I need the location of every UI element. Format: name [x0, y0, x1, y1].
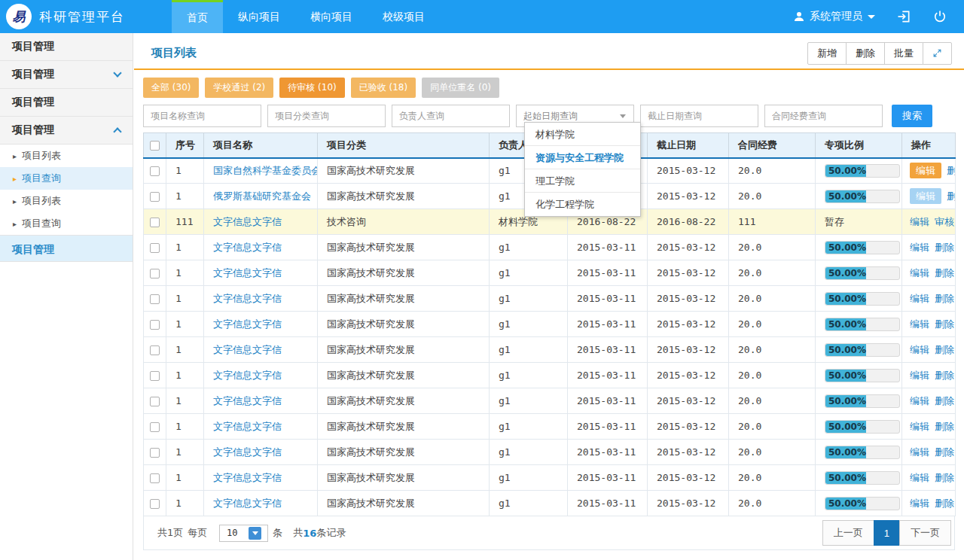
- row-checkbox-cell: [144, 491, 166, 516]
- delete-action[interactable]: 删除: [935, 293, 954, 304]
- delete-action[interactable]: 删除: [947, 165, 956, 176]
- project-name-link[interactable]: 俄罗斯基础研究基金会: [213, 190, 311, 202]
- sidebar-item-project-management-bottom[interactable]: 项目管理: [0, 235, 133, 262]
- row-checkbox[interactable]: [150, 448, 160, 458]
- project-name-link[interactable]: 文字信息文字信: [213, 421, 282, 432]
- sidebar-group-project-management-2[interactable]: 项目管理: [0, 61, 133, 89]
- delete-action[interactable]: 删除: [935, 472, 954, 483]
- row-checkbox[interactable]: [150, 218, 160, 227]
- filter-tab-pending-review[interactable]: 待审核 (10): [279, 78, 344, 98]
- sidebar-item-project-query-2[interactable]: ▸项目查询: [0, 212, 133, 235]
- row-checkbox[interactable]: [150, 397, 160, 406]
- project-name-link[interactable]: 文字信息文字信: [213, 242, 282, 253]
- delete-action[interactable]: 删除: [935, 498, 954, 509]
- prev-page-button[interactable]: 上一页: [822, 520, 874, 546]
- edit-action[interactable]: 编辑: [910, 421, 929, 432]
- dropdown-option-chemical-college[interactable]: 化学工程学院: [525, 193, 640, 216]
- delete-action[interactable]: 删除: [935, 421, 954, 432]
- nav-item-school-projects[interactable]: 校级项目: [368, 0, 440, 33]
- edit-action[interactable]: 编辑: [910, 242, 929, 253]
- edit-action[interactable]: 编辑: [910, 293, 929, 304]
- sidebar-group-project-management-1[interactable]: 项目管理: [0, 33, 133, 61]
- batch-button[interactable]: 批量: [884, 42, 923, 65]
- delete-action[interactable]: 删除: [935, 242, 954, 253]
- add-button[interactable]: 新增: [807, 42, 847, 65]
- delete-action[interactable]: 删除: [935, 370, 954, 381]
- power-icon[interactable]: [932, 9, 947, 24]
- delete-action[interactable]: 删除: [935, 344, 954, 355]
- filter-tab-same-unit-duplicate[interactable]: 同单位重名 (0): [422, 78, 499, 98]
- filter-tab-all[interactable]: 全部 (30): [143, 78, 199, 98]
- project-name-search-input[interactable]: [143, 105, 261, 127]
- delete-action[interactable]: 删除: [935, 395, 954, 406]
- project-name-link[interactable]: 文字信息文字信: [213, 344, 282, 355]
- cell-start-date: 2015-03-11: [568, 260, 648, 286]
- filter-tab-accepted[interactable]: 已验收 (18): [351, 78, 416, 98]
- edit-action[interactable]: 编辑: [910, 188, 941, 204]
- edit-action[interactable]: 编辑: [910, 344, 929, 355]
- project-name-link[interactable]: 文字信息文字信: [213, 318, 282, 330]
- project-name-link[interactable]: 文字信息文字信: [213, 498, 282, 509]
- row-checkbox[interactable]: [150, 345, 160, 355]
- edit-action[interactable]: 编辑: [910, 446, 929, 458]
- sidebar-item-project-query-1[interactable]: ▸项目查询: [0, 167, 133, 190]
- nav-item-horizontal-projects[interactable]: 横向项目: [295, 0, 368, 33]
- review-action[interactable]: 审核: [935, 216, 954, 227]
- project-name-link[interactable]: 国家自然科学基金委员会: [213, 165, 318, 176]
- sidebar-group-project-management-4[interactable]: 项目管理: [0, 117, 133, 145]
- row-checkbox[interactable]: [150, 473, 160, 483]
- edit-action[interactable]: 编辑: [910, 267, 929, 278]
- delete-action[interactable]: 删除: [935, 267, 954, 278]
- delete-action[interactable]: 删除: [947, 190, 956, 202]
- edit-action[interactable]: 编辑: [910, 472, 929, 483]
- user-menu[interactable]: 系统管理员: [793, 10, 875, 23]
- row-checkbox[interactable]: [150, 422, 160, 432]
- leader-search-input[interactable]: [392, 105, 510, 127]
- cell-actions: 编辑删除: [902, 260, 956, 286]
- dropdown-option-material-college[interactable]: 材料学院: [525, 123, 640, 146]
- fund-search-input[interactable]: [764, 105, 883, 127]
- chevron-down-icon: [620, 114, 626, 118]
- delete-action[interactable]: 删除: [935, 318, 954, 330]
- current-page-button[interactable]: 1: [874, 520, 900, 546]
- delete-button[interactable]: 删除: [846, 42, 885, 65]
- expand-button[interactable]: [923, 42, 952, 65]
- row-checkbox[interactable]: [150, 499, 160, 509]
- row-checkbox[interactable]: [150, 371, 160, 381]
- project-category-search-input[interactable]: [267, 105, 386, 127]
- edit-action[interactable]: 编辑: [910, 370, 929, 381]
- project-name-link[interactable]: 文字信息文字信: [213, 472, 282, 483]
- nav-item-vertical-projects[interactable]: 纵向项目: [223, 0, 295, 33]
- sidebar-group-project-management-3[interactable]: 项目管理: [0, 89, 133, 117]
- row-checkbox[interactable]: [150, 166, 160, 176]
- edit-action[interactable]: 编辑: [910, 498, 929, 509]
- row-checkbox[interactable]: [150, 320, 160, 330]
- exit-icon[interactable]: [896, 9, 911, 24]
- filter-tab-school-passed[interactable]: 学校通过 (2): [205, 78, 273, 98]
- edit-action[interactable]: 编辑: [910, 163, 941, 178]
- search-button[interactable]: 搜索: [892, 105, 932, 127]
- row-checkbox[interactable]: [150, 243, 160, 253]
- project-name-link[interactable]: 文字信息文字信: [213, 293, 282, 304]
- sidebar-item-project-list-2[interactable]: ▸项目列表: [0, 190, 133, 212]
- dropdown-option-science-college[interactable]: 理工学院: [525, 169, 640, 193]
- row-checkbox[interactable]: [150, 269, 160, 278]
- project-name-link[interactable]: 文字信息文字信: [213, 446, 282, 458]
- row-checkbox[interactable]: [150, 192, 160, 202]
- next-page-button[interactable]: 下一页: [899, 520, 951, 546]
- per-page-select[interactable]: 10: [219, 525, 268, 542]
- row-checkbox[interactable]: [150, 294, 160, 304]
- edit-action[interactable]: 编辑: [910, 216, 929, 227]
- end-date-search-input[interactable]: [640, 105, 758, 127]
- delete-action[interactable]: 删除: [935, 446, 954, 458]
- sidebar-item-project-list-1[interactable]: ▸项目列表: [0, 145, 133, 167]
- project-name-link[interactable]: 文字信息文字信: [213, 395, 282, 406]
- dropdown-option-resource-safety-college[interactable]: 资源与安全工程学院: [525, 146, 640, 169]
- project-name-link[interactable]: 文字信息文字信: [213, 216, 282, 227]
- nav-item-home[interactable]: 首页: [172, 0, 223, 33]
- project-name-link[interactable]: 文字信息文字信: [213, 370, 282, 381]
- select-all-checkbox[interactable]: [150, 141, 160, 151]
- project-name-link[interactable]: 文字信息文字信: [213, 267, 282, 278]
- edit-action[interactable]: 编辑: [910, 318, 929, 330]
- edit-action[interactable]: 编辑: [910, 395, 929, 406]
